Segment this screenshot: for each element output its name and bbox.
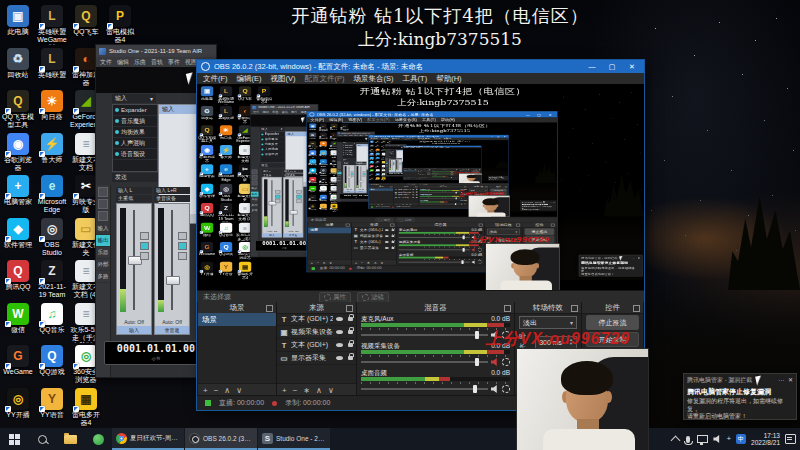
studio-one-side-tabs[interactable]: 输入输出乐器外部多路 (251, 186, 259, 213)
menu-item[interactable]: 音轨 (151, 58, 163, 67)
desktop-icon[interactable]: ♫QQ音乐 (375, 169, 381, 172)
plus-icon[interactable]: + (726, 435, 731, 443)
close-button[interactable]: ✕ (546, 113, 555, 117)
side-tab[interactable]: 输出 (96, 235, 110, 247)
desktop-icon[interactable]: P雷电模拟器4 (104, 5, 136, 44)
inserts-list[interactable]: Expander音乐魔插均衡效果人声混响语音预设 (112, 104, 158, 172)
mixer-strip-1[interactable]: Auto: Off 输入 (116, 203, 152, 335)
lock-icon[interactable] (392, 247, 395, 249)
desktop-icon[interactable]: QQQ飞车 (236, 86, 254, 100)
side-tab[interactable]: 多路 (251, 208, 259, 213)
scenes-list[interactable]: 场景 (198, 313, 276, 384)
desktop-icon[interactable]: ⚡鲁大师 (318, 150, 328, 157)
desktop-icon[interactable]: L英雄联盟 (36, 48, 68, 79)
desktop-icon[interactable]: ◉谷歌浏览器 (308, 150, 318, 158)
source-down-button[interactable]: ∨ (328, 386, 334, 395)
desktop-icon[interactable]: QQQ游戏 (318, 195, 328, 202)
inserts-list[interactable]: Expander音乐魔插均衡效果人声混响语音预设 (388, 150, 396, 157)
desktop-icon[interactable]: GWeGame (308, 195, 318, 202)
toast-close-button[interactable]: ✕ (637, 257, 640, 260)
side-tab[interactable]: 输入 (96, 223, 110, 235)
desktop-icon[interactable]: QQQ游戏 (36, 345, 68, 376)
lock-icon[interactable] (348, 317, 353, 321)
add-source-button[interactable]: + (282, 386, 287, 395)
desktop-icon[interactable]: GWeGame (369, 173, 375, 176)
desktop-icon[interactable]: eMicrosoft Edge (318, 159, 328, 167)
desktop-icon[interactable]: ◎OBS Studio (36, 218, 68, 257)
desktop-icon[interactable]: ▣此电脑 (308, 124, 318, 131)
toast-notification[interactable]: 腾讯电脑管家 - 漏洞拦截 ⋯✕ 腾讯电脑管家停止修复漏洞 修复漏洞的程序将退出… (579, 255, 643, 277)
desktop-icon[interactable]: ▦雷电多开器4 (381, 177, 387, 181)
desktop-icon[interactable]: ◎OBS Studio (318, 168, 328, 176)
fader-handle[interactable] (398, 167, 400, 168)
desktop-icon[interactable]: P雷电模拟器4 (340, 124, 350, 132)
antivirus-tray-app[interactable] (84, 428, 112, 450)
scene-item[interactable]: 场景 (369, 188, 393, 191)
desktop-icon[interactable]: ◉谷歌浏览器 (2, 133, 34, 172)
close-button[interactable]: ✕ (624, 63, 640, 71)
desktop-icon[interactable]: Z2021-11-19 Team AIR.. (36, 260, 68, 300)
taskbar-app-button[interactable]: OBS 26.0.2 (32-bi... (185, 428, 257, 450)
insert-item[interactable]: 音乐魔插 (113, 116, 157, 127)
lock-icon[interactable] (392, 241, 395, 243)
desktop-icon[interactable]: QQQ游戏 (217, 242, 235, 256)
transition-select[interactable]: 淡出▾ (519, 316, 577, 329)
toast-more-button[interactable]: ⋯ (632, 257, 635, 260)
menu-item[interactable]: 场景集合(S) (354, 74, 394, 84)
desktop-icon[interactable]: eMicrosoft Edge (36, 175, 68, 214)
desktop-icon[interactable]: ◎YY开播 (198, 262, 216, 276)
desktop-icon[interactable]: Z2021-11-19 Team AIR.. (217, 203, 235, 221)
popout-icon[interactable] (266, 305, 273, 312)
insert-item[interactable]: Expander (113, 105, 157, 116)
maximize-button[interactable]: ▢ (604, 63, 620, 71)
toast-notification[interactable]: 腾讯电脑管家 - 漏洞拦截 ⋯✕ 腾讯电脑管家停止修复漏洞 修复漏洞的程序将退出… (521, 201, 557, 211)
volume-slider[interactable] (399, 249, 470, 250)
menu-item[interactable]: 编辑(E) (237, 74, 262, 84)
side-tab[interactable]: 多路 (96, 271, 110, 283)
taskbar-app-button[interactable]: 夏日狂欢节-周边活... (112, 428, 184, 450)
visibility-eye-icon[interactable] (336, 343, 343, 347)
desktop-icon[interactable]: QQQ飞车 (329, 124, 339, 131)
desktop-icon[interactable]: W微信 (369, 169, 375, 172)
menu-item[interactable]: 配置文件(P) (305, 74, 345, 84)
desktop-icon[interactable]: ♻回收站 (2, 48, 34, 79)
desktop-icon[interactable]: W微信 (198, 223, 216, 237)
scene-down-button[interactable]: ∨ (236, 386, 242, 395)
desktop-icon[interactable]: ▣此电脑 (198, 86, 216, 100)
desktop-icon[interactable]: QQQ游戏 (375, 173, 381, 176)
minimize-button[interactable]: — (584, 63, 600, 70)
source-row[interactable]: ▭显示器采集 (352, 245, 396, 251)
desktop-icon[interactable]: QQQ飞车模型工具 (2, 90, 34, 129)
obs-preview-slot[interactable]: 开通钻粉 钻1以下打4把（电信区） 上分:kingb7375515 ▣此电脑L英… (369, 140, 509, 183)
inserts-panel-header[interactable]: 输入▾ (260, 127, 285, 131)
desktop-icon[interactable]: ◎YY开播 (2, 388, 34, 419)
desktop-icon[interactable]: L英雄联盟WeGame版 (36, 5, 68, 45)
source-row[interactable]: T文本 (GDI+) 2 (277, 313, 356, 326)
file-explorer-button[interactable] (56, 428, 84, 450)
desktop-icon[interactable]: ◆软件管理 (369, 161, 375, 164)
desktop-icon[interactable]: ☀向日葵 (318, 141, 328, 148)
menu-item[interactable]: 编辑 (117, 58, 129, 67)
lock-icon[interactable] (348, 356, 353, 360)
remove-source-button[interactable]: − (293, 386, 298, 395)
menu-item[interactable]: 视图(V) (271, 74, 296, 84)
inserts-panel-header[interactable]: 输入▾ (112, 94, 156, 103)
scenes-list[interactable]: 场景 (369, 188, 393, 203)
side-tab[interactable]: 多路 (385, 166, 387, 167)
search-button[interactable] (28, 428, 56, 450)
mixer-strip-2[interactable]: Auto: Off 录音返 (396, 160, 402, 173)
insert-item[interactable]: 语音预设 (260, 152, 285, 157)
mixer-strip-2[interactable]: Auto: Off 录音返 (154, 203, 190, 335)
desktop-icon[interactable]: ◎YY开播 (308, 204, 318, 211)
volume-slider[interactable] (399, 237, 470, 238)
desktop-icon[interactable]: W微信 (2, 303, 34, 334)
volume-slider[interactable] (399, 262, 470, 263)
lock-icon[interactable] (416, 189, 418, 190)
toast-more-button[interactable]: ⋯ (550, 202, 552, 203)
desktop-icon[interactable]: ▣此电脑 (369, 141, 375, 144)
menu-item[interactable]: 乐曲 (134, 58, 146, 67)
source-row[interactable]: ▣视频采集设备 (277, 326, 356, 339)
insert-item[interactable]: 均衡效果 (113, 127, 157, 138)
scene-item[interactable]: 场景 (308, 227, 352, 233)
desktop-icon[interactable]: ◉谷歌浏览器 (198, 145, 216, 163)
